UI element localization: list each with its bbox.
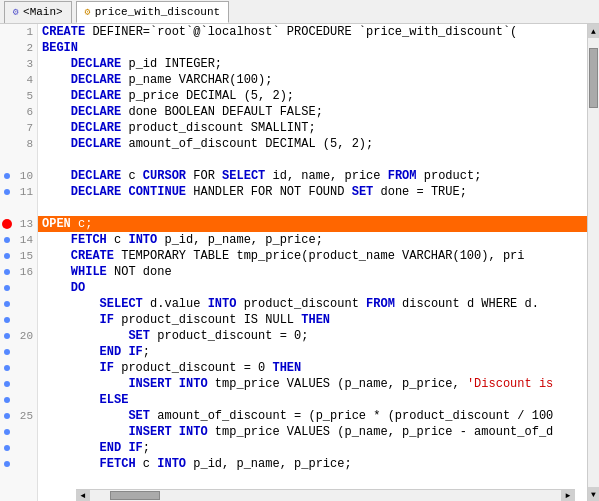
plain-text: p_id, p_name, p_price; — [186, 457, 352, 471]
keyword: FETCH — [100, 457, 136, 471]
gutter-row-3[interactable]: 3 — [0, 56, 37, 72]
code-line-20: SET product_discount = 0; — [38, 328, 587, 344]
plain-text: product_discount IS NULL — [114, 313, 301, 327]
line-number: 15 — [11, 248, 37, 264]
title-bar: ⚙ <Main> ⚙ price_with_discount — [0, 0, 599, 24]
gutter-row-2[interactable]: 2 — [0, 40, 37, 56]
code-lines: CREATE DEFINER=`root`@`localhost` PROCED… — [38, 24, 587, 472]
code-line-22: IF product_discount = 0 THEN — [38, 360, 587, 376]
plain-text — [42, 105, 71, 119]
keyword: SET — [128, 329, 150, 343]
plain-text — [42, 345, 100, 359]
line-number: 11 — [11, 184, 37, 200]
dot-indicator — [4, 365, 10, 371]
code-line-16: WHILE NOT done — [38, 264, 587, 280]
keyword: WHILE — [42, 265, 107, 279]
plain-text: DEFINER=`root`@`localhost` PROCEDURE `pr… — [85, 25, 517, 39]
gutter-row-1[interactable]: 1 — [0, 24, 37, 40]
vscroll-up-button[interactable]: ▲ — [588, 24, 600, 38]
gutter-row-23[interactable] — [0, 376, 37, 392]
dot-indicator — [4, 285, 10, 291]
gutter-row-17[interactable] — [0, 280, 37, 296]
gutter-row-11[interactable]: 11 — [0, 184, 37, 200]
keyword: FETCH — [71, 233, 107, 247]
dot-indicator — [4, 381, 10, 387]
dot-indicator — [4, 189, 10, 195]
gutter-row-5[interactable]: 5 — [0, 88, 37, 104]
gutter-row-25[interactable]: 25 — [0, 408, 37, 424]
dot-indicator — [4, 253, 10, 259]
hscroll-right-button[interactable]: ► — [561, 490, 575, 502]
plain-text — [42, 233, 71, 247]
gutter-row-24[interactable] — [0, 392, 37, 408]
tab-proc[interactable]: ⚙ price_with_discount — [76, 1, 229, 23]
gutter-row-22[interactable] — [0, 360, 37, 376]
keyword: DECLARE — [71, 169, 121, 183]
gutter-row-12[interactable] — [0, 200, 37, 216]
keyword: INTO — [128, 233, 157, 247]
vscroll-down-button[interactable]: ▼ — [588, 487, 600, 501]
gutter-row-28[interactable] — [0, 456, 37, 472]
gutter-row-8[interactable]: 8 — [0, 136, 37, 152]
code-line-9 — [38, 152, 587, 168]
plain-text — [42, 297, 100, 311]
horizontal-scrollbar[interactable]: ◄ ► — [76, 489, 575, 501]
hscroll-thumb[interactable] — [110, 491, 160, 500]
line-number: 8 — [11, 136, 37, 152]
vertical-scrollbar[interactable]: ▲ ▼ — [587, 24, 599, 501]
code-line-7: DECLARE product_discount SMALLINT; — [38, 120, 587, 136]
line-number: 16 — [11, 264, 37, 280]
gutter-row-20[interactable]: 20 — [0, 328, 37, 344]
gutter-row-6[interactable]: 6 — [0, 104, 37, 120]
code-line-8: DECLARE amount_of_discount DECIMAL (5, 2… — [38, 136, 587, 152]
vscroll-thumb[interactable] — [589, 48, 598, 108]
dot-indicator — [4, 317, 10, 323]
code-scroll[interactable]: CREATE DEFINER=`root`@`localhost` PROCED… — [38, 24, 587, 501]
line-number: 1 — [11, 24, 37, 40]
code-area[interactable]: CREATE DEFINER=`root`@`localhost` PROCED… — [38, 24, 587, 501]
keyword: SET — [352, 185, 374, 199]
keyword: DECLARE — [71, 73, 121, 87]
gutter-row-27[interactable] — [0, 440, 37, 456]
keyword: SET — [128, 409, 150, 423]
vscroll-track[interactable] — [588, 38, 599, 487]
dot-indicator — [4, 397, 10, 403]
plain-text — [42, 377, 128, 391]
gutter-row-16[interactable]: 16 — [0, 264, 37, 280]
keyword: OPEN — [42, 217, 71, 231]
code-line-2: BEGIN — [38, 40, 587, 56]
plain-text — [42, 425, 128, 439]
gutter-row-18[interactable] — [0, 296, 37, 312]
gutter-row-19[interactable] — [0, 312, 37, 328]
plain-text — [42, 185, 71, 199]
code-line-17: DO — [38, 280, 587, 296]
gutter-row-10[interactable]: 10 — [0, 168, 37, 184]
gutter-row-4[interactable]: 4 — [0, 72, 37, 88]
gutter-row-7[interactable]: 7 — [0, 120, 37, 136]
plain-text: d.value — [143, 297, 208, 311]
hscroll-track[interactable] — [90, 490, 561, 501]
code-line-4: DECLARE p_name VARCHAR(100); — [38, 72, 587, 88]
keyword: FROM — [366, 297, 395, 311]
line-number: 25 — [11, 408, 37, 424]
plain-text: done BOOLEAN DEFAULT FALSE; — [121, 105, 323, 119]
plain-text: FOR — [186, 169, 222, 183]
gutter-row-21[interactable] — [0, 344, 37, 360]
plain-text: product_discount SMALLINT; — [121, 121, 315, 135]
dot-indicator — [4, 269, 10, 275]
code-line-23: INSERT INTO tmp_price VALUES (p_name, p_… — [38, 376, 587, 392]
gutter-row-15[interactable]: 15 — [0, 248, 37, 264]
gutter-row-26[interactable] — [0, 424, 37, 440]
code-line-27: END IF; — [38, 440, 587, 456]
gutter-row-14[interactable]: 14 — [0, 232, 37, 248]
code-line-26: INSERT INTO tmp_price VALUES (p_name, p_… — [38, 424, 587, 440]
gutter-row-9[interactable] — [0, 152, 37, 168]
code-line-1: CREATE DEFINER=`root`@`localhost` PROCED… — [38, 24, 587, 40]
hscroll-left-button[interactable]: ◄ — [76, 490, 90, 502]
plain-text: done = TRUE; — [373, 185, 467, 199]
tab-main[interactable]: ⚙ <Main> — [4, 1, 72, 23]
keyword: DECLARE — [71, 137, 121, 151]
gutter-row-13[interactable]: 13 — [0, 216, 37, 232]
dot-indicator — [4, 173, 10, 179]
line-number: 7 — [11, 120, 37, 136]
